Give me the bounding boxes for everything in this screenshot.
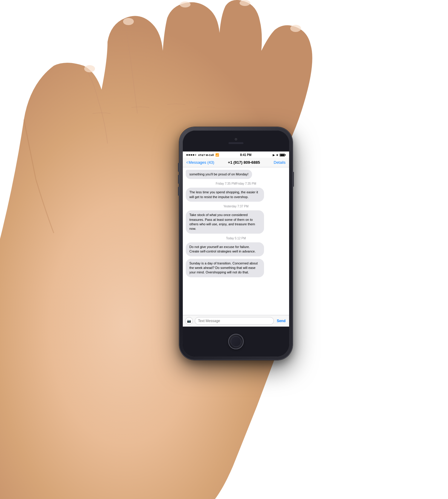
signal-dot-1 xyxy=(186,154,188,156)
bluetooth-icon: ★ xyxy=(276,154,278,157)
earpiece-speaker xyxy=(228,142,243,144)
list-item: Do not give yourself an excuse for failu… xyxy=(186,242,264,256)
status-bar: AT&T M-Cell 📶 8:41 PM ▶ ★ xyxy=(183,151,289,158)
svg-point-1 xyxy=(123,18,134,25)
svg-point-0 xyxy=(84,65,95,72)
signal-dot-5 xyxy=(195,154,196,156)
home-button-inner xyxy=(231,336,241,347)
status-right: ▶ ★ xyxy=(273,154,286,157)
signal-dot-2 xyxy=(188,154,190,156)
list-item: Sunday is a day of transition. Concerned… xyxy=(186,259,264,277)
list-item: The less time you spend shopping, the ea… xyxy=(186,188,264,202)
wifi-icon: 📶 xyxy=(215,153,219,157)
timestamp: Yesterday 7:37 PM xyxy=(186,205,286,208)
phone-device: AT&T M-Cell 📶 8:41 PM ▶ ★ xyxy=(179,127,293,360)
carrier-label: AT&T M-Cell xyxy=(198,154,214,157)
messages-list: something you'll be proud of on Monday! … xyxy=(183,167,289,315)
phone-top-bar xyxy=(183,131,289,151)
list-item: Take stock of what you once considered t… xyxy=(186,210,264,234)
back-label: Messages (43) xyxy=(188,160,214,165)
phone-inner: AT&T M-Cell 📶 8:41 PM ▶ ★ xyxy=(183,131,289,356)
home-button[interactable] xyxy=(228,334,244,349)
signal-dots xyxy=(186,154,196,156)
status-left: AT&T M-Cell 📶 xyxy=(186,153,219,157)
svg-point-4 xyxy=(290,25,301,32)
signal-dot-4 xyxy=(193,154,194,156)
list-item: something you'll be proud of on Monday! xyxy=(186,170,252,179)
svg-point-3 xyxy=(240,0,250,6)
details-button[interactable]: Details xyxy=(274,160,286,165)
phone-outer-case: AT&T M-Cell 📶 8:41 PM ▶ ★ xyxy=(179,127,293,360)
back-button[interactable]: ‹ Messages (43) xyxy=(186,160,214,165)
home-button-area xyxy=(183,327,289,356)
signal-dot-3 xyxy=(191,154,192,156)
battery-icon xyxy=(280,154,286,157)
location-icon: ▶ xyxy=(273,154,275,157)
conversation-title: +1 (917) 809-6885 xyxy=(228,160,260,165)
timestamp: Friday 7:35 PMFriday 7:35 PM xyxy=(186,182,286,185)
message-input[interactable] xyxy=(195,317,274,325)
camera-button[interactable]: 📷 xyxy=(185,317,193,325)
front-camera xyxy=(235,138,237,140)
phone-screen: AT&T M-Cell 📶 8:41 PM ▶ ★ xyxy=(183,151,289,327)
timestamp: Today 5:12 PM xyxy=(186,237,286,240)
send-button[interactable]: Send xyxy=(276,319,287,323)
chevron-left-icon: ‹ xyxy=(186,160,188,165)
svg-point-2 xyxy=(180,1,191,7)
nav-bar: ‹ Messages (43) +1 (917) 809-6885 Detail… xyxy=(183,158,289,167)
camera-icon: 📷 xyxy=(187,319,191,323)
status-time: 8:41 PM xyxy=(240,153,251,157)
input-bar: 📷 Send xyxy=(183,315,289,327)
